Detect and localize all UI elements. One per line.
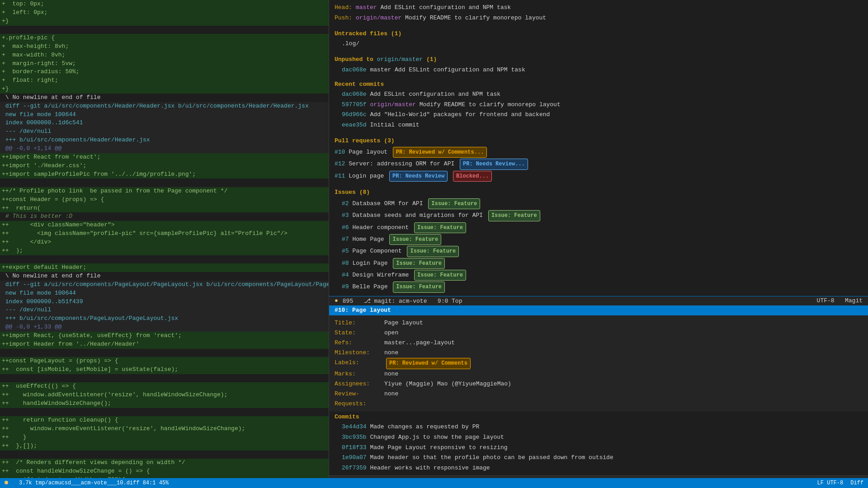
diff-line — [0, 374, 329, 383]
diff-line: + left: 0px; — [0, 9, 329, 17]
diff-line: ++ useEffect(() => { — [0, 382, 329, 391]
unpushed-header-line: Unpushed to origin/master (1) — [335, 55, 863, 65]
diff-line: \ No newline at end of file — [0, 272, 329, 281]
diff-line: index 0000000..b51f439 — [0, 298, 329, 306]
diff-line: ++ } — [0, 433, 329, 442]
diff-line — [0, 450, 329, 459]
diff-line: ++const PageLayout = (props) => { — [0, 357, 329, 366]
push-line: Push: origin/master Modify README to cla… — [335, 13, 863, 23]
pr-commit-item: 1e90a07 Made header so that the profile … — [335, 453, 863, 463]
git-panel: Head: master Add ESLint configuration an… — [329, 0, 868, 478]
diff-line: +++ b/ui/src/components/Header/Header.js… — [0, 136, 329, 145]
diff-mode: Diff — [850, 480, 863, 486]
head-branch: master — [356, 4, 377, 11]
pr-milestone-row: Milestone: none — [335, 348, 863, 358]
dot-yellow: ● — [335, 297, 338, 304]
diff-line: + max-width: 8vh; — [0, 51, 329, 60]
pr-refs-row: Refs: master...page-layout — [335, 338, 863, 348]
magit-bar: ● 895 ⎇ magit: acm-vote 9:0 Top UTF-8 Ma… — [329, 296, 868, 305]
issues-section: Issues (8) #2 Database ORM for API Issue… — [329, 185, 868, 296]
diff-line: new file mode 100644 — [0, 289, 329, 298]
diff-line: + top: 0px; — [0, 0, 329, 9]
diff-line: +} — [0, 85, 329, 94]
pr-item-11[interactable]: #11 Login page PR: Needs Review Blocked.… — [335, 170, 863, 182]
head-msg: Add ESLint configuration and NPM task — [380, 4, 511, 11]
push-branch: origin/master — [356, 14, 401, 21]
pr-title-row: Title: Page layout — [335, 318, 863, 328]
pr-state-row: State: open — [335, 328, 863, 338]
unpushed-section: Unpushed to origin/master (1) dac068e ma… — [329, 52, 868, 78]
issue-item[interactable]: #4 Design Wireframe Issue: Feature — [335, 269, 863, 281]
issue-item[interactable]: #3 Database seeds and migrations for API… — [335, 210, 863, 221]
diff-line: ++ /* Renders different views depending … — [0, 459, 329, 467]
badge-needs-review-12: PR: Needs Review... — [460, 159, 528, 169]
diff-line: ++import sampleProfilePic from '../../im… — [0, 170, 329, 179]
head-key: Head: — [335, 4, 352, 11]
git-status-section: Head: master Add ESLint configuration an… — [329, 0, 868, 26]
push-key: Push: — [335, 14, 352, 21]
unpushed-commit: dac068e master Add ESLint configuration … — [335, 65, 863, 75]
issue-item[interactable]: #2 Database ORM for API Issue: Feature — [335, 198, 863, 210]
pr-marks-row: Marks: none — [335, 369, 863, 379]
diff-line: --- /dev/null — [0, 306, 329, 314]
push-msg: Modify README to clarify monorepo layout — [405, 14, 546, 21]
diff-line: ++ handleWindowSizeChange(); — [0, 399, 329, 408]
diff-line: ++ </div> — [0, 238, 329, 247]
issue-item[interactable]: #8 Login Page Issue: Feature — [335, 258, 863, 269]
diff-line: ++const Header = (props) => { — [0, 196, 329, 204]
pr-commit-item: 0f18f33 Made Page Layout responsive to r… — [335, 443, 863, 453]
issue-item[interactable]: #7 Home Page Issue: Feature — [335, 234, 863, 245]
pr-assignees-row: Assignees: Yiyue (Maggie) Mao (@YiyueMag… — [335, 379, 863, 389]
diff-line: +++ b/ui/src/components/PageLayout/PageL… — [0, 314, 329, 323]
diff-line: ++ ); — [0, 247, 329, 255]
issue-item[interactable]: #6 Header component Issue: Feature — [335, 222, 863, 234]
pull-requests-section: Pull requests (3) #10 Page layout PR: Re… — [329, 133, 868, 185]
diff-line: \ No newline at end of file — [0, 94, 329, 102]
diff-line: # This is better :D — [0, 212, 329, 221]
pr-labels-row: Labels: PR: Reviewed w/ Comments — [335, 358, 863, 369]
diff-line: + max-height: 8vh; — [0, 42, 329, 51]
commits-section: Commits 3e44d34 Made changes as requeste… — [329, 412, 868, 475]
magit-info: 895 ⎇ magit: acm-vote 9:0 Top — [343, 297, 462, 305]
commit-item: 597705f origin/master Modify README to c… — [335, 100, 863, 110]
diff-line: --- /dev/null — [0, 127, 329, 136]
pr-commit-item: 3e44d34 Made changes as requested by PR — [335, 422, 863, 432]
diff-line: ++ const [isMobile, setMobile] = useStat… — [0, 366, 329, 374]
diff-line — [0, 349, 329, 357]
diff-line: + border-radius: 50%; — [0, 68, 329, 76]
diff-line — [0, 255, 329, 264]
diff-line: diff --git a/ui/src/components/PageLayou… — [0, 281, 329, 289]
diff-line: + float: right; — [0, 76, 329, 85]
badge-needs-review-11: PR: Needs Review — [389, 171, 448, 182]
diff-line — [0, 408, 329, 417]
diff-line: ++export default Header; — [0, 263, 329, 272]
issue-item[interactable]: #9 Belle Page Issue: Feature — [335, 281, 863, 293]
pr-commit-item: 26f7359 Header works with responsive ima… — [335, 463, 863, 474]
encoding-info: UTF-8 Magit — [817, 297, 863, 304]
diff-line — [0, 178, 329, 187]
diff-line: ++ return( — [0, 204, 329, 213]
diff-line: @@ -0,0 +1,33 @@ — [0, 323, 329, 332]
pr-detail-section: Title: Page layout State: open Refs: mas… — [329, 315, 868, 412]
diff-line: @@ -0,0 +1,14 @@ — [0, 145, 329, 153]
diff-line: ++ return function cleanup() { — [0, 416, 329, 425]
pr-detail-header: #10: Page layout — [329, 305, 868, 315]
untracked-section: Untracked files (1) .log/ — [329, 26, 868, 52]
status-bar: 3.7k tmp/acmucsd___acm-vote___10.diff 84… — [0, 478, 868, 488]
issue-item[interactable]: #5 Page Component Issue: Feature — [335, 245, 863, 257]
untracked-file: .log/ — [335, 39, 863, 49]
file-info: 3.7k tmp/acmucsd___acm-vote___10.diff 84… — [19, 480, 169, 486]
diff-line: ++import './Header.css'; — [0, 162, 329, 170]
diff-line: new file mode 100644 — [0, 111, 329, 119]
badge-labels-reviewed: PR: Reviewed w/ Comments — [386, 358, 471, 369]
badge-blocked-11: Blocked... — [453, 171, 492, 182]
recent-commits-section: Recent commits dac068e Add ESLint config… — [329, 78, 868, 133]
diff-line: ++ window.addEventListener('resize', han… — [0, 391, 329, 399]
diff-line: ++ const handleWindowSizeChange = () => … — [0, 467, 329, 476]
diff-pane: + top: 0px;+ left: 0px;+} +.profile-pic … — [0, 0, 329, 478]
pr-review-req-row: Review-Requests: none — [335, 389, 863, 409]
diff-line: +.profile-pic { — [0, 34, 329, 42]
pr-item-12[interactable]: #12 Server: addressing ORM for API PR: N… — [335, 158, 863, 170]
head-line: Head: master Add ESLint configuration an… — [335, 3, 863, 13]
pr-item-10[interactable]: #10 Page layout PR: Reviewed w/ Comments… — [335, 146, 863, 158]
